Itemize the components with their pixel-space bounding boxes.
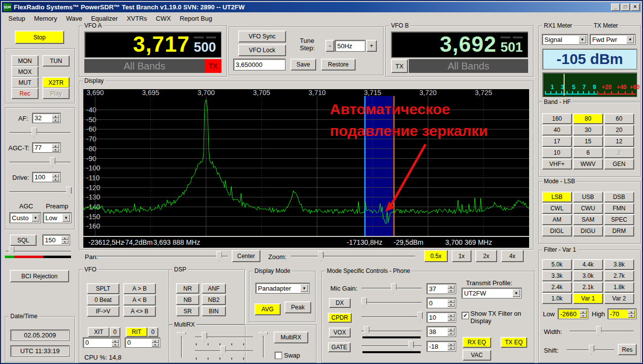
band-6-button[interactable]: 6 <box>573 147 603 158</box>
cpdr-spinner[interactable]: 10 ▲▼ <box>427 312 456 323</box>
af-slider-thumb[interactable] <box>32 128 37 137</box>
drive-slider[interactable] <box>9 187 71 197</box>
maximize-button[interactable]: □ <box>621 3 630 11</box>
save-button[interactable]: Save <box>290 59 316 70</box>
tune-step-minus-button[interactable]: - <box>325 40 334 52</box>
peak-button[interactable]: Peak <box>285 301 311 313</box>
rx1-meter-dropdown[interactable]: Signal ▼ <box>542 34 588 45</box>
vfo-b-tx-button[interactable]: TX <box>391 59 408 73</box>
sql-spinner-buttons[interactable]: ▲▼ <box>61 236 69 244</box>
zoom-slider[interactable] <box>291 251 415 261</box>
gate-slider[interactable] <box>361 341 422 351</box>
vfo-lock-button[interactable]: VFO Lock <box>238 44 286 56</box>
rit-spinner[interactable]: 0 ▲▼ <box>125 337 160 348</box>
sql-button[interactable]: SQL <box>10 234 36 246</box>
band-vhf-button[interactable]: VHF+ <box>542 159 572 169</box>
mode-usb-button[interactable]: USB <box>573 192 603 202</box>
mic-gain-spinner[interactable]: 37 ▲▼ <box>427 283 456 294</box>
restore-button[interactable]: Restore <box>321 59 356 70</box>
cpdr-spinner-buttons[interactable]: ▲▼ <box>447 313 455 321</box>
zoom-2x-button[interactable]: 2x <box>475 250 497 262</box>
display-mode-arrow-icon[interactable]: ▼ <box>300 284 308 292</box>
menu-report-bug[interactable]: Report Bug <box>175 13 216 24</box>
show-tx-filter-checkbox[interactable]: ✓ <box>462 312 469 319</box>
rx-eq-button[interactable]: RX EQ <box>463 337 491 348</box>
drive-spinner-buttons[interactable]: ▲▼ <box>52 173 59 181</box>
gate-spinner-buttons[interactable]: ▲▼ <box>447 342 455 350</box>
mode-sam-button[interactable]: SAM <box>573 214 603 225</box>
a-swap-b-button[interactable]: A <> B <box>123 306 156 317</box>
preamp-dropdown[interactable]: Low ▼ <box>43 212 71 223</box>
band-17-button[interactable]: 17 <box>542 136 572 147</box>
nb2-button[interactable]: NB2 <box>202 295 226 305</box>
sql-spinner[interactable]: 150 ▲▼ <box>42 234 70 245</box>
avg-button[interactable]: AVG <box>254 303 281 315</box>
zoom-slider-thumb[interactable] <box>318 251 323 261</box>
rit-button[interactable]: RIT <box>126 327 147 337</box>
af-spinner-buttons[interactable]: ▲▼ <box>52 114 59 122</box>
filter-shift-thumb[interactable] <box>589 345 594 355</box>
vox-spinner[interactable]: 38 ▲▼ <box>427 326 456 337</box>
multirx-gain-slider-1[interactable] <box>195 332 253 342</box>
multirx-gain-slider-2[interactable] <box>195 346 253 356</box>
tx-eq-button[interactable]: TX EQ <box>500 337 527 348</box>
xit-spinner[interactable]: 0 ▲▼ <box>83 337 120 348</box>
gate-spinner[interactable]: -18 ▲▼ <box>427 341 456 352</box>
filter-5k-button[interactable]: 5.0k <box>542 259 572 270</box>
multirx-button[interactable]: MultiRX <box>274 331 308 343</box>
close-button[interactable]: × <box>631 3 640 11</box>
xit-button[interactable]: XIT <box>88 327 109 337</box>
x2tr-button[interactable]: X2TR <box>42 77 70 88</box>
filter-high-spinner[interactable]: -70 ▲▼ <box>607 308 637 319</box>
agc-dropdown-arrow-icon[interactable]: ▼ <box>32 214 39 222</box>
sr-button[interactable]: SR <box>176 306 199 316</box>
band-20-button[interactable]: 20 <box>604 125 634 135</box>
mode-spec-button[interactable]: SPEC <box>604 214 634 225</box>
transmit-profile-arrow-icon[interactable]: ▼ <box>512 289 520 297</box>
mode-digu-button[interactable]: DIGU <box>573 226 603 236</box>
nr-button[interactable]: NR <box>176 283 199 294</box>
mode-lsb-button[interactable]: LSB <box>542 192 572 202</box>
multirx-gain-2-thumb[interactable] <box>220 346 226 356</box>
panadapter-screen[interactable]: -40-50-60-70-80-90-100-110-120-130-140-1… <box>83 89 529 236</box>
vox-slider[interactable] <box>361 326 422 336</box>
filter-33k-button[interactable]: 3.3k <box>542 270 572 281</box>
filter-shift-slider[interactable] <box>567 345 614 355</box>
bin-button[interactable]: BIN <box>202 306 226 316</box>
zoom-1x-button[interactable]: 1x <box>452 250 471 262</box>
tune-step-plus-button[interactable]: + <box>366 40 377 52</box>
mox-button[interactable]: MOX <box>11 66 38 77</box>
anf-button[interactable]: ANF <box>202 283 226 294</box>
tx-meter-dropdown[interactable]: Fwd Pwr ▼ <box>590 34 636 45</box>
preamp-dropdown-arrow-icon[interactable]: ▼ <box>62 214 70 222</box>
multirx-pan-slider-right[interactable] <box>259 331 268 358</box>
rit-zero-button[interactable]: 0 <box>147 327 158 337</box>
mode-fmn-button[interactable]: FMN <box>604 203 634 214</box>
tune-step-field[interactable]: 50Hz <box>335 40 365 52</box>
vfo-a-tx-button[interactable]: TX <box>205 59 221 73</box>
filter-var2-button[interactable]: Var 2 <box>604 293 634 304</box>
drive-slider-thumb[interactable] <box>66 187 71 197</box>
mic-gain-slider[interactable] <box>361 283 422 293</box>
dx-spinner-buttons[interactable]: ▲▼ <box>447 299 455 307</box>
memory-frequency-field[interactable]: 3,650000 <box>233 59 286 70</box>
cpdr-thumb[interactable] <box>417 312 423 322</box>
tun-button[interactable]: TUN <box>42 55 70 66</box>
pan-slider-thumb[interactable] <box>216 251 222 261</box>
swap-checkbox[interactable] <box>275 352 282 359</box>
split-button[interactable]: SPLT <box>87 283 119 294</box>
zoom-05x-button[interactable]: 0.5x <box>424 250 448 262</box>
mic-gain-thumb[interactable] <box>391 283 396 293</box>
zero-beat-button[interactable]: 0 Beat <box>87 295 119 305</box>
filter-18k-button[interactable]: 1.8k <box>604 282 634 293</box>
vfo-sync-button[interactable]: VFO Sync <box>238 31 286 42</box>
filter-3k-button[interactable]: 3.0k <box>573 270 603 281</box>
multirx-pan-left-thumb[interactable] <box>177 332 186 336</box>
agc-dropdown[interactable]: Custo ▼ <box>9 212 41 223</box>
vox-thumb[interactable] <box>364 326 369 336</box>
filter-24k-button[interactable]: 2.4k <box>542 282 572 293</box>
cpdr-slider[interactable] <box>361 312 422 322</box>
drive-spinner[interactable]: 100 ▲▼ <box>32 172 61 182</box>
band-10-button[interactable]: 10 <box>542 147 572 158</box>
mic-gain-spinner-buttons[interactable]: ▲▼ <box>447 285 455 293</box>
